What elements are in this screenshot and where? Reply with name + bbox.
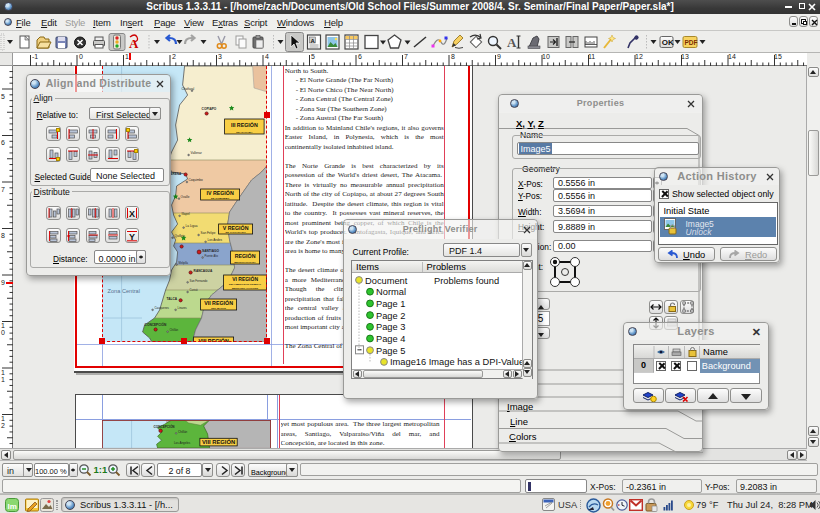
svg-text:Document: Document [365, 275, 408, 285]
svg-text:Chillán: Chillán [178, 430, 188, 434]
svg-text:OK: OK [662, 38, 674, 47]
svg-text:VIII REGIÓN: VIII REGIÓN [202, 439, 235, 446]
svg-text:Page 4: Page 4 [376, 334, 405, 344]
svg-text:X: X [129, 209, 135, 219]
svg-text:Page 3: Page 3 [376, 322, 405, 332]
svg-text:Problems found: Problems found [434, 275, 499, 285]
svg-text:Image16 Image has a DPI-Value: Image16 Image has a DPI-Value les [390, 357, 522, 367]
svg-text:Los Angeles: Los Angeles [174, 441, 191, 445]
svg-text:Page 1: Page 1 [376, 298, 405, 308]
svg-text:Y: Y [129, 231, 135, 241]
svg-text:CONCEPCIÓN: CONCEPCIÓN [154, 424, 176, 429]
svg-text:Normal: Normal [376, 287, 406, 297]
svg-text:A: A [507, 35, 517, 50]
svg-text:Page 2: Page 2 [376, 310, 405, 320]
svg-text:lm: lm [8, 502, 17, 511]
svg-text:PDF: PDF [685, 39, 698, 46]
svg-text:A: A [311, 38, 316, 44]
svg-text:1:1: 1:1 [94, 464, 108, 475]
svg-text:Page 5: Page 5 [376, 345, 405, 355]
